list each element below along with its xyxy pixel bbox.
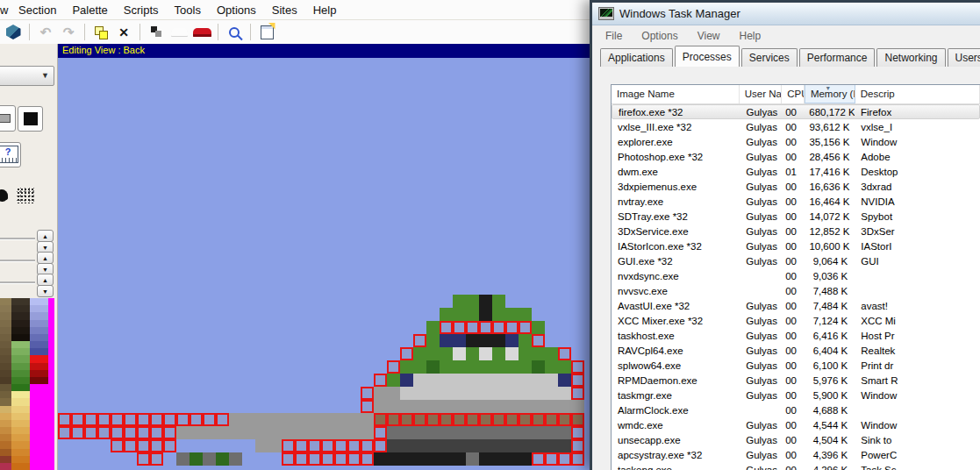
voxel-cell[interactable] <box>558 308 571 321</box>
palette-swatch[interactable] <box>30 398 48 405</box>
voxel-cell[interactable] <box>571 439 584 452</box>
voxel-cell[interactable] <box>84 452 97 466</box>
voxel-cell[interactable] <box>71 387 84 400</box>
voxel-cell[interactable] <box>387 97 400 110</box>
voxel-cell[interactable] <box>97 229 111 242</box>
voxel-cell[interactable] <box>400 124 413 137</box>
voxel-cell[interactable] <box>216 308 229 321</box>
voxel-cell[interactable] <box>492 308 505 321</box>
voxel-cell[interactable] <box>308 268 321 281</box>
voxel-cell[interactable] <box>255 295 268 308</box>
voxel-cell[interactable] <box>453 229 466 242</box>
voxel-cell[interactable] <box>150 255 163 268</box>
voxel-cell[interactable] <box>361 176 374 189</box>
voxel-cell[interactable] <box>282 137 295 150</box>
palette-swatch[interactable] <box>30 363 48 370</box>
voxel-cell[interactable] <box>97 281 111 295</box>
voxel-cell[interactable] <box>558 321 571 334</box>
voxel-cell[interactable] <box>229 71 242 84</box>
voxel-cell[interactable] <box>400 71 413 84</box>
voxel-cell[interactable] <box>532 163 545 176</box>
voxel-cell[interactable] <box>466 400 479 413</box>
voxel-cell[interactable] <box>505 150 519 163</box>
voxel-cell[interactable] <box>137 216 150 229</box>
voxel-cell[interactable] <box>97 334 111 347</box>
vehicle-white-button[interactable] <box>168 22 190 42</box>
voxel-cell[interactable] <box>387 216 400 229</box>
voxel-cell[interactable] <box>282 216 295 229</box>
voxel-cell[interactable] <box>163 308 176 321</box>
voxel-cell[interactable] <box>71 295 84 308</box>
voxel-cell[interactable] <box>505 295 519 308</box>
voxel-cell[interactable] <box>400 413 413 426</box>
voxel-cell[interactable] <box>84 281 97 295</box>
voxel-cell[interactable] <box>163 137 176 150</box>
voxel-cell[interactable] <box>282 255 295 268</box>
voxel-cell[interactable] <box>505 189 519 203</box>
voxel-cell[interactable] <box>361 150 374 163</box>
voxel-cell[interactable] <box>532 268 545 281</box>
voxel-cell[interactable] <box>426 281 440 295</box>
voxel-cell[interactable] <box>308 189 321 203</box>
voxel-cell[interactable] <box>137 400 150 413</box>
voxel-cell[interactable] <box>124 176 137 189</box>
voxel-cell[interactable] <box>137 374 150 387</box>
voxel-cell[interactable] <box>295 295 308 308</box>
voxel-cell[interactable] <box>519 452 532 466</box>
voxel-cell[interactable] <box>426 216 440 229</box>
voxel-cell[interactable] <box>229 281 242 295</box>
voxel-cell[interactable] <box>532 229 545 242</box>
voxel-cell[interactable] <box>111 255 124 268</box>
voxel-cell[interactable] <box>268 203 282 216</box>
voxel-cell[interactable] <box>361 110 374 124</box>
voxel-cell[interactable] <box>242 97 255 110</box>
voxel-cell[interactable] <box>242 216 255 229</box>
voxel-cell[interactable] <box>571 137 584 150</box>
voxel-cell[interactable] <box>58 308 71 321</box>
voxel-cell[interactable] <box>282 124 295 137</box>
voxel-cell[interactable] <box>190 84 203 97</box>
palette-swatch[interactable] <box>48 377 54 384</box>
voxel-cell[interactable] <box>492 97 505 110</box>
voxel-cell[interactable] <box>532 360 545 374</box>
voxel-cell[interactable] <box>453 308 466 321</box>
voxel-cell[interactable] <box>71 124 84 137</box>
voxel-cell[interactable] <box>400 84 413 97</box>
voxel-cell[interactable] <box>255 334 268 347</box>
palette-swatch[interactable] <box>11 413 30 420</box>
voxel-cell[interactable] <box>203 124 216 137</box>
voxel-cell[interactable] <box>545 150 558 163</box>
voxel-cell[interactable] <box>71 268 84 281</box>
voxel-cell[interactable] <box>150 150 163 163</box>
voxel-cell[interactable] <box>321 150 334 163</box>
voxel-cell[interactable] <box>84 295 97 308</box>
voxel-cell[interactable] <box>255 360 268 374</box>
voxel-cell[interactable] <box>413 110 426 124</box>
voxel-cell[interactable] <box>479 321 492 334</box>
voxel-cell[interactable] <box>71 242 84 255</box>
voxel-cell[interactable] <box>203 347 216 360</box>
voxel-cell[interactable] <box>203 452 216 466</box>
voxel-cell[interactable] <box>295 216 308 229</box>
voxel-cell[interactable] <box>176 97 190 110</box>
slider-track[interactable] <box>0 260 35 261</box>
voxel-cell[interactable] <box>400 360 413 374</box>
voxel-cell[interactable] <box>545 439 558 452</box>
voxel-cell[interactable] <box>242 374 255 387</box>
voxel-cell[interactable] <box>361 255 374 268</box>
palette-swatch[interactable] <box>30 377 48 384</box>
voxel-cell[interactable] <box>255 242 268 255</box>
voxel-cell[interactable] <box>268 387 282 400</box>
voxel-cell[interactable] <box>268 400 282 413</box>
task-manager-titlebar[interactable]: Windows Task Manager <box>592 3 980 25</box>
voxel-cell[interactable] <box>505 321 519 334</box>
voxel-cell[interactable] <box>321 110 334 124</box>
voxel-cell[interactable] <box>282 400 295 413</box>
palette-swatch[interactable] <box>0 348 11 355</box>
voxel-cell[interactable] <box>413 229 426 242</box>
voxel-cell[interactable] <box>58 413 71 426</box>
voxel-cell[interactable] <box>558 281 571 295</box>
voxel-cell[interactable] <box>190 242 203 255</box>
voxel-cell[interactable] <box>334 137 347 150</box>
voxel-cell[interactable] <box>97 360 111 374</box>
